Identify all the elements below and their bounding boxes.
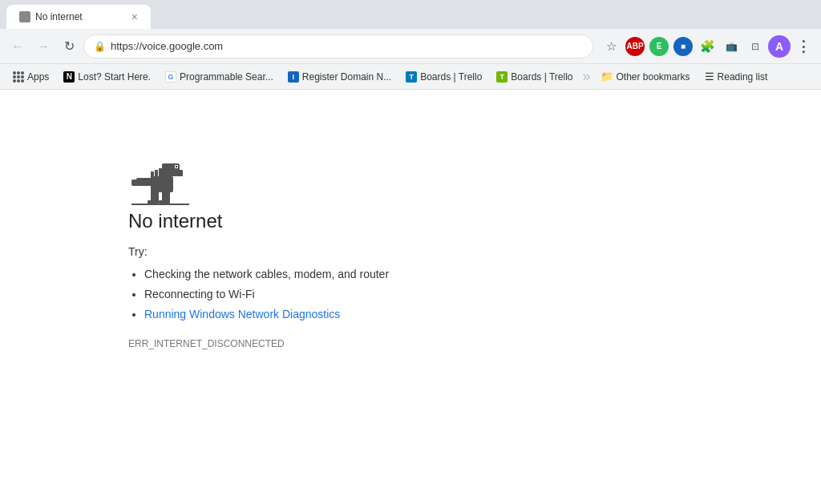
svg-rect-10 <box>162 191 170 202</box>
other-bookmarks[interactable]: 📁 Other bookmarks <box>594 67 697 86</box>
error-code: ERR_INTERNET_DISCONNECTED <box>128 338 285 349</box>
lock-icon: 🔒 <box>94 41 106 52</box>
svg-rect-14 <box>155 170 158 178</box>
blue-ext-icon: ■ <box>673 37 693 56</box>
bookmark-trello1-label: Boards | Trello <box>420 71 482 83</box>
svg-rect-13 <box>151 171 154 178</box>
apps-label: Apps <box>27 71 49 83</box>
svg-rect-12 <box>159 200 170 204</box>
other-bookmarks-label: Other bookmarks <box>617 71 690 83</box>
bookmark-lost-label: Lost? Start Here. <box>78 71 151 83</box>
bookmark-programmable-label: Programmable Sear... <box>180 71 273 83</box>
bookmark-programmable[interactable]: G Programmable Sear... <box>159 68 280 86</box>
more-button[interactable]: ⋮ <box>792 35 815 58</box>
suggestion-3: Running Windows Network Diagnostics <box>144 304 389 325</box>
cast-icon: 📺 <box>726 41 738 52</box>
svg-rect-9 <box>151 191 159 202</box>
bookmark-trello1[interactable]: T Boards | Trello <box>399 68 488 86</box>
error-suggestions-list: Checking the network cables, modem, and … <box>128 264 389 325</box>
blue-extension-button[interactable]: ■ <box>672 35 694 58</box>
suggestion-1-text: Checking the network cables, modem, and … <box>144 268 389 280</box>
forward-button[interactable]: → <box>32 35 55 58</box>
svg-rect-4 <box>176 166 177 167</box>
tab-bar: No internet × <box>0 0 821 29</box>
bookmarks-bar: Apps N Lost? Start Here. G Programmable … <box>0 64 821 90</box>
url-text: https://voice.google.com <box>111 40 583 52</box>
bookmark-register[interactable]: I Register Domain N... <box>281 68 398 86</box>
notion-favicon: N <box>63 71 75 83</box>
tab-close-button[interactable]: × <box>131 10 138 23</box>
dinosaur-icon <box>128 154 192 210</box>
svg-rect-15 <box>159 168 162 178</box>
suggestion-2: Reconnecting to Wi-Fi <box>144 284 389 304</box>
folder-icon: 📁 <box>601 71 613 83</box>
evernote-icon: E <box>649 37 669 56</box>
error-container: No internet Try: Checking the network ca… <box>128 154 389 349</box>
google-favicon: G <box>165 71 176 83</box>
puzzle-icon: 🧩 <box>700 39 715 54</box>
adblock-extension-button[interactable]: ABP <box>624 35 646 58</box>
trello2-favicon: T <box>496 71 508 83</box>
profile-button[interactable]: A <box>768 35 791 58</box>
svg-rect-11 <box>148 200 159 204</box>
page-content: No internet Try: Checking the network ca… <box>0 90 821 504</box>
media-icon: ⊡ <box>751 41 759 52</box>
svg-rect-8 <box>167 183 173 187</box>
puzzle-extension-button[interactable]: 🧩 <box>696 35 718 58</box>
active-tab[interactable]: No internet × <box>6 5 151 29</box>
star-button[interactable]: ☆ <box>600 35 622 58</box>
media-button[interactable]: ⊡ <box>744 35 766 58</box>
bookmark-trello2-label: Boards | Trello <box>511 71 572 83</box>
adblock-icon: ABP <box>625 37 645 56</box>
evernote-extension-button[interactable]: E <box>648 35 670 58</box>
svg-rect-7 <box>131 179 140 186</box>
toolbar-icons: ☆ ABP E ■ 🧩 📺 ⊡ A ⋮ <box>600 35 815 58</box>
back-button[interactable]: ← <box>6 35 29 58</box>
svg-rect-16 <box>131 204 189 205</box>
reading-list-label: Reading list <box>718 71 768 83</box>
error-try-text: Try: <box>128 245 148 258</box>
tab-favicon <box>19 11 30 22</box>
address-bar[interactable]: 🔒 https://voice.google.com <box>83 34 593 58</box>
svg-rect-2 <box>175 170 183 176</box>
toolbar: ← → ↻ 🔒 https://voice.google.com ☆ ABP E… <box>0 29 821 64</box>
browser-frame: No internet × ← → ↻ 🔒 https://voice.goog… <box>0 0 821 504</box>
reload-button[interactable]: ↻ <box>58 35 80 58</box>
bookmark-register-label: Register Domain N... <box>302 71 391 83</box>
apps-grid-icon <box>13 71 24 83</box>
bookmark-apps[interactable]: Apps <box>6 68 55 86</box>
reading-list[interactable]: ☰ Reading list <box>698 67 774 86</box>
bookmark-trello2[interactable]: T Boards | Trello <box>490 68 579 86</box>
suggestion-2-text: Reconnecting to Wi-Fi <box>144 288 255 300</box>
diagnostics-link[interactable]: Running Windows Network Diagnostics <box>144 308 340 321</box>
reading-list-icon: ☰ <box>705 71 714 83</box>
bookmarks-separator: » <box>582 68 590 85</box>
domain-favicon: I <box>288 71 299 83</box>
suggestion-1: Checking the network cables, modem, and … <box>144 264 389 284</box>
bookmark-lost[interactable]: N Lost? Start Here. <box>57 68 157 86</box>
error-title: No internet <box>128 210 222 232</box>
cast-button[interactable]: 📺 <box>720 35 742 58</box>
tab-title: No internet <box>35 11 127 22</box>
trello1-favicon: T <box>406 71 417 83</box>
